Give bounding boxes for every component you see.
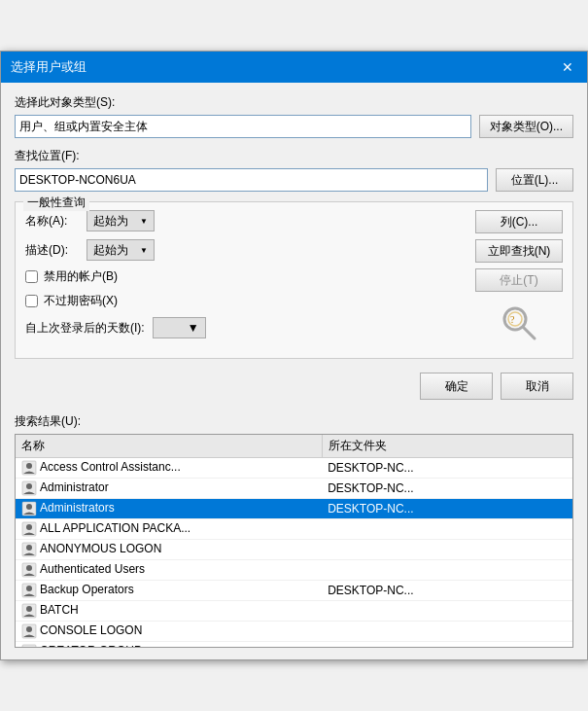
location-button[interactable]: 位置(L)... [496,168,573,192]
table-row[interactable]: ANONYMOUS LOGON [16,540,572,560]
desc-dropdown[interactable]: 起始为 ▼ [86,239,155,261]
svg-point-19 [26,606,32,612]
row-folder-cell: DESKTOP-NC... [322,581,572,601]
table-row[interactable]: CONSOLE LOGON [16,622,572,642]
row-name-cell: CONSOLE LOGON [16,622,322,642]
col-name[interactable]: 名称 [16,435,322,458]
search-icon-large: ? [475,298,563,348]
general-left: 名称(A): 起始为 ▼ 描述(D): 起始为 ▼ [25,210,467,348]
row-folder-cell: DESKTOP-NC... [322,499,572,519]
table-row[interactable]: CREATOR GROUP [16,642,572,649]
location-input[interactable] [15,168,488,192]
row-folder-cell [322,622,572,642]
table-row[interactable]: Authenticated Users [16,560,572,581]
svg-point-11 [26,524,32,530]
results-table-container[interactable]: 名称 所在文件夹 Access Control Assistanc...DESK… [15,434,573,648]
object-type-button[interactable]: 对象类型(O)... [479,115,573,138]
general-query-group: 一般性查询 名称(A): 起始为 ▼ 描述(D): [15,201,573,359]
row-name-cell: Backup Operators [16,581,322,601]
group-box-title: 一般性查询 [23,195,89,211]
location-section: 查找位置(F): 位置(L)... [15,148,573,192]
results-label: 搜索结果(U): [15,413,573,430]
location-label: 查找位置(F): [15,148,573,164]
search-button[interactable]: 立即查找(N) [475,239,563,263]
results-tbody: Access Control Assistanc...DESKTOP-NC...… [16,458,572,649]
general-form: 名称(A): 起始为 ▼ 描述(D): 起始为 ▼ [25,210,563,348]
svg-rect-22 [22,645,36,648]
svg-point-13 [26,545,32,551]
object-type-section: 选择此对象类型(S): 对象类型(O)... [15,94,573,138]
confirm-row: 确定 取消 [15,369,573,404]
location-row: 位置(L)... [15,168,573,192]
row-name-cell: CREATOR GROUP [16,642,322,649]
row-folder-cell [322,642,572,649]
table-row[interactable]: AdministratorsDESKTOP-NC... [16,499,572,519]
name-row: 名称(A): 起始为 ▼ [25,210,467,231]
header-row: 名称 所在文件夹 [16,435,572,458]
svg-point-15 [26,565,32,571]
disabled-account-label: 禁用的帐户(B) [44,268,118,285]
title-bar: 选择用户或组 ✕ [1,52,587,83]
results-table: 名称 所在文件夹 Access Control Assistanc...DESK… [16,435,572,648]
row-name-cell: Administrator [16,479,322,499]
cancel-button[interactable]: 取消 [501,373,573,400]
object-type-row: 对象类型(O)... [15,115,573,138]
noexpire-password-checkbox[interactable] [25,295,38,307]
row-name-cell: Administrators [16,499,322,519]
dialog-title: 选择用户或组 [11,58,86,76]
row-folder-cell [322,519,572,540]
svg-point-7 [26,483,32,489]
select-user-dialog: 选择用户或组 ✕ 选择此对象类型(S): 对象类型(O)... 查找位置(F):… [0,51,588,660]
desc-label: 描述(D): [25,242,79,259]
table-row[interactable]: ALL APPLICATION PACKA... [16,519,572,540]
noexpire-password-row: 不过期密码(X) [25,293,467,309]
table-row[interactable]: AdministratorDESKTOP-NC... [16,479,572,499]
svg-point-23 [26,647,32,648]
svg-text:?: ? [510,314,515,325]
close-button[interactable]: ✕ [558,57,577,77]
svg-point-9 [26,504,32,510]
table-row[interactable]: Access Control Assistanc...DESKTOP-NC... [16,458,572,479]
name-label: 名称(A): [25,213,79,230]
table-row[interactable]: Backup OperatorsDESKTOP-NC... [16,581,572,601]
column-button[interactable]: 列(C)... [475,210,563,233]
svg-point-5 [26,463,32,469]
name-dropdown-arrow: ▼ [140,217,148,226]
row-folder-cell: DESKTOP-NC... [322,458,572,479]
days-dropdown[interactable]: ▼ [153,317,206,338]
col-folder[interactable]: 所在文件夹 [322,435,572,458]
svg-point-17 [26,586,32,591]
row-name-cell: ALL APPLICATION PACKA... [16,519,322,540]
object-type-input[interactable] [15,115,471,138]
row-name-cell: Authenticated Users [16,560,322,581]
disabled-account-row: 禁用的帐户(B) [25,268,467,285]
row-name-cell: Access Control Assistanc... [16,458,322,479]
noexpire-password-label: 不过期密码(X) [44,293,118,309]
row-folder-cell [322,601,572,622]
desc-dropdown-arrow: ▼ [140,246,148,255]
results-header: 名称 所在文件夹 [16,435,572,458]
svg-point-21 [26,626,32,632]
row-folder-cell [322,560,572,581]
row-folder-cell [322,540,572,560]
desc-row: 描述(D): 起始为 ▼ [25,239,467,261]
days-dropdown-arrow: ▼ [188,321,199,335]
object-type-label: 选择此对象类型(S): [15,94,573,111]
svg-line-1 [523,327,535,338]
table-row[interactable]: BATCH [16,601,572,622]
days-row: 自上次登录后的天数(I): ▼ [25,317,467,338]
row-name-cell: ANONYMOUS LOGON [16,540,322,560]
dialog-body: 选择此对象类型(S): 对象类型(O)... 查找位置(F): 位置(L)...… [1,83,587,659]
disabled-account-checkbox[interactable] [25,270,38,283]
general-right: 列(C)... 立即查找(N) 停止(T) ? [475,210,563,348]
row-name-cell: BATCH [16,601,322,622]
stop-button[interactable]: 停止(T) [475,268,563,292]
results-section: 搜索结果(U): 名称 所在文件夹 Access Control Assista… [15,413,573,648]
row-folder-cell: DESKTOP-NC... [322,479,572,499]
ok-button[interactable]: 确定 [420,373,493,400]
days-label: 自上次登录后的天数(I): [25,320,145,337]
name-dropdown[interactable]: 起始为 ▼ [86,210,155,231]
